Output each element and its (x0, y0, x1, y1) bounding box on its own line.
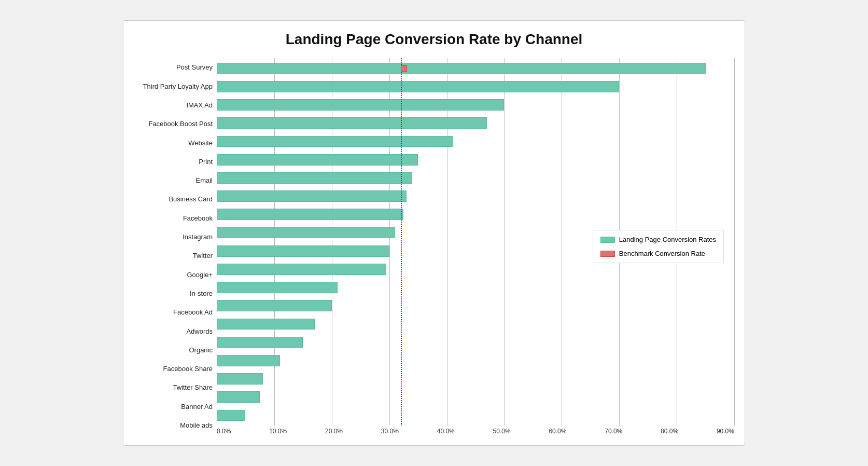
chart-title: Landing Page Conversion Rate by Channel (134, 31, 734, 48)
bar-row (217, 150, 734, 169)
y-label: Adwords (134, 327, 213, 336)
bar (217, 319, 315, 330)
y-label: Facebook Boost Post (134, 120, 213, 128)
bar-row (217, 169, 734, 187)
y-label: Email (134, 176, 213, 185)
y-label: In-store (134, 290, 213, 298)
legend-item-benchmark: Benchmark Conversion Rate (600, 250, 716, 257)
x-axis-tick: 90.0% (717, 428, 734, 435)
y-label: Organic (134, 346, 213, 354)
y-label: Business Card (134, 195, 213, 203)
y-label: Website (134, 139, 213, 147)
bar (217, 172, 412, 184)
y-label: Post Survey (134, 63, 213, 72)
bar (217, 373, 263, 385)
bar-row (217, 77, 734, 95)
x-axis-tick: 30.0% (381, 428, 399, 435)
bar-row (217, 59, 734, 77)
bar (217, 81, 619, 92)
bar (217, 190, 407, 202)
bar (217, 136, 453, 147)
y-label: Mobile ads (134, 421, 213, 430)
bar-row (217, 406, 734, 424)
x-axis-tick: 40.0% (437, 428, 455, 435)
bar (217, 117, 487, 129)
legend-bar-label: Landing Page Conversion Rates (619, 236, 716, 243)
y-axis-labels: Post SurveyThird Party Loyalty AppIMAX A… (134, 58, 217, 435)
grid-line (734, 58, 735, 426)
bar-row (217, 388, 734, 406)
y-label: Instagram (134, 233, 213, 241)
x-axis: 0.0%10.0%20.0%30.0%40.0%50.0%60.0%70.0%8… (217, 426, 734, 435)
y-label: Third Party Loyalty App (134, 83, 213, 91)
bar-row (217, 187, 734, 205)
bar (217, 410, 245, 421)
legend-bar-color (600, 237, 615, 243)
y-label: Facebook Share (134, 365, 213, 373)
bar (217, 264, 386, 275)
y-label: Banner Ad (134, 403, 213, 411)
chart-body: Post SurveyThird Party Loyalty AppIMAX A… (134, 58, 734, 435)
y-label: IMAX Ad (134, 101, 213, 109)
bar (217, 282, 338, 293)
legend-benchmark-color (600, 251, 615, 257)
chart-container: Landing Page Conversion Rate by Channel … (123, 20, 745, 446)
bar (217, 63, 706, 74)
bar (217, 227, 395, 239)
bar (217, 355, 280, 366)
bar-row (217, 369, 734, 388)
bar-row (217, 333, 734, 351)
bar-row (217, 132, 734, 150)
legend-benchmark-label: Benchmark Conversion Rate (619, 250, 705, 257)
x-axis-tick: 10.0% (269, 428, 287, 435)
y-label: Twitter Share (134, 383, 213, 392)
y-label: Print (134, 158, 213, 166)
bar-row (217, 114, 734, 132)
benchmark-marker (401, 65, 407, 72)
legend: Landing Page Conversion Rates Benchmark … (593, 230, 724, 263)
bar-row (217, 278, 734, 296)
bar (217, 99, 504, 111)
x-axis-tick: 50.0% (493, 428, 511, 435)
benchmark-line (401, 58, 402, 426)
bar (217, 154, 418, 166)
y-label: Facebook (134, 214, 213, 223)
bar (217, 391, 260, 403)
bar-row (217, 205, 734, 224)
bar-row (217, 351, 734, 369)
x-axis-tick: 0.0% (217, 428, 231, 435)
bar (217, 209, 403, 220)
bar (217, 300, 332, 311)
bar (217, 337, 303, 348)
y-label: Google+ (134, 271, 213, 279)
x-axis-tick: 60.0% (549, 428, 566, 435)
bar-row (217, 95, 734, 114)
legend-item-bar: Landing Page Conversion Rates (600, 236, 716, 243)
x-axis-tick: 80.0% (661, 428, 678, 435)
bar (217, 245, 389, 257)
bar-row (217, 297, 734, 315)
y-label: Facebook Ad (134, 308, 213, 317)
bar-row (217, 315, 734, 333)
x-axis-tick: 70.0% (605, 428, 622, 435)
x-axis-tick: 20.0% (325, 428, 343, 435)
y-label: Twitter (134, 252, 213, 260)
